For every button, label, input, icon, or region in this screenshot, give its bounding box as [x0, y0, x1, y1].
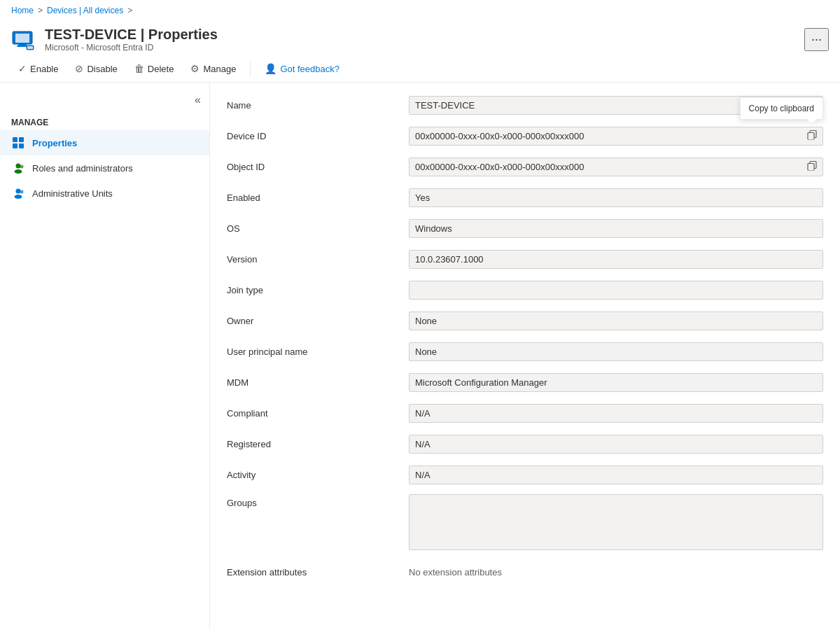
value-object-id — [409, 158, 823, 176]
value-compliant — [409, 404, 823, 423]
value-groups — [409, 494, 823, 552]
label-join-type: Join type — [227, 285, 409, 295]
label-version: Version — [227, 254, 409, 265]
sidebar-item-label-roles: Roles and administrators — [32, 163, 133, 174]
form-row-owner: Owner — [227, 309, 823, 332]
form-row-enabled: Enabled — [227, 186, 823, 209]
input-enabled[interactable] — [409, 188, 823, 207]
toolbar: ✓ Enable ⊘ Disable 🗑 Delete ⚙ Manage 👤 G… — [0, 55, 840, 83]
form-row-compliant: Compliant — [227, 402, 823, 424]
svg-point-11 — [15, 169, 22, 174]
input-owner[interactable] — [409, 312, 823, 330]
label-object-id: Object ID — [227, 162, 409, 172]
page-header: TEST-DEVICE | Properties Microsoft - Mic… — [0, 21, 840, 55]
admin-units-icon — [11, 186, 25, 200]
breadcrumb-sep2: > — [127, 6, 132, 15]
value-activity — [409, 465, 823, 484]
svg-rect-9 — [19, 144, 24, 148]
label-registered: Registered — [227, 439, 409, 449]
sidebar: « Manage Properties R — [0, 83, 210, 629]
label-os: OS — [227, 223, 409, 234]
sidebar-item-roles[interactable]: Roles and administrators — [0, 155, 209, 181]
textarea-groups[interactable] — [409, 494, 823, 550]
breadcrumb-home[interactable]: Home — [11, 6, 34, 15]
feedback-button[interactable]: 👤 Got feedback? — [258, 59, 346, 78]
sidebar-collapse-area: « — [0, 88, 209, 112]
copy-object-id-button[interactable] — [804, 159, 820, 175]
label-upn: User principal name — [227, 346, 409, 357]
svg-rect-17 — [808, 133, 814, 140]
delete-button[interactable]: 🗑 Delete — [127, 59, 181, 78]
input-upn[interactable] — [409, 342, 823, 361]
input-activity[interactable] — [409, 465, 823, 484]
copy-tooltip: Copy to clipboard — [740, 97, 823, 120]
value-extension-attrs: No extension attributes — [409, 567, 823, 578]
label-owner: Owner — [227, 316, 409, 326]
value-owner — [409, 312, 823, 330]
label-compliant: Compliant — [227, 408, 409, 419]
page-title-container: TEST-DEVICE | Properties Microsoft - Mic… — [45, 27, 796, 52]
svg-rect-19 — [808, 164, 814, 171]
delete-icon: 🗑 — [134, 63, 144, 74]
input-os[interactable] — [409, 219, 823, 238]
value-registered — [409, 435, 823, 454]
svg-point-10 — [16, 164, 21, 169]
form-row-name: Name — [227, 94, 823, 116]
svg-rect-1 — [15, 34, 29, 43]
sidebar-section-manage: Manage — [0, 112, 209, 130]
roles-icon — [11, 161, 25, 175]
value-device-id: Copy to clipboard — [409, 127, 823, 146]
page-title: TEST-DEVICE | Properties — [45, 27, 796, 43]
manage-button[interactable]: ⚙ Manage — [183, 59, 243, 78]
breadcrumb-devices[interactable]: Devices | All devices — [47, 6, 123, 15]
form-row-device-id: Device ID Copy to clipboard — [227, 125, 823, 147]
sidebar-item-properties[interactable]: Properties — [0, 130, 209, 155]
breadcrumb: Home > Devices | All devices > — [0, 0, 840, 21]
main-layout: « Manage Properties R — [0, 83, 840, 629]
more-options-button[interactable]: ··· — [804, 28, 829, 51]
value-join-type — [409, 281, 823, 300]
form-row-version: Version — [227, 248, 823, 270]
copy-device-id-button[interactable] — [804, 128, 820, 144]
input-join-type[interactable] — [409, 281, 823, 300]
label-groups: Groups — [227, 494, 409, 508]
input-compliant[interactable] — [409, 404, 823, 423]
svg-rect-7 — [19, 137, 24, 142]
input-version[interactable] — [409, 250, 823, 269]
properties-icon — [11, 136, 25, 150]
form-row-activity: Activity — [227, 463, 823, 486]
input-device-id[interactable] — [409, 127, 823, 146]
disable-button[interactable]: ⊘ Disable — [68, 59, 124, 78]
input-registered[interactable] — [409, 435, 823, 454]
value-version — [409, 250, 823, 269]
svg-rect-6 — [13, 137, 18, 142]
svg-rect-8 — [13, 144, 18, 148]
feedback-icon: 👤 — [265, 63, 276, 74]
sidebar-item-admin-units[interactable]: Administrative Units — [0, 181, 209, 206]
form-row-object-id: Object ID — [227, 155, 823, 178]
svg-point-14 — [15, 195, 22, 199]
label-mdm: MDM — [227, 377, 409, 388]
enable-button[interactable]: ✓ Enable — [11, 59, 65, 78]
label-device-id: Device ID — [227, 131, 409, 141]
value-upn — [409, 342, 823, 361]
label-enabled: Enabled — [227, 192, 409, 203]
sidebar-collapse-button[interactable]: « — [192, 91, 204, 109]
svg-point-13 — [16, 189, 21, 194]
value-os — [409, 219, 823, 238]
svg-point-12 — [20, 165, 24, 169]
enable-icon: ✓ — [18, 63, 27, 74]
breadcrumb-sep1: > — [38, 6, 43, 15]
input-mdm[interactable] — [409, 373, 823, 392]
svg-rect-5 — [27, 46, 33, 49]
svg-rect-2 — [18, 44, 27, 46]
page-subtitle: Microsoft - Microsoft Entra ID — [45, 43, 796, 52]
form-row-join-type: Join type — [227, 279, 823, 301]
extension-attrs-value: No extension attributes — [409, 564, 502, 581]
sidebar-item-label-admin-units: Administrative Units — [32, 188, 113, 199]
form-row-mdm: MDM — [227, 371, 823, 393]
form-row-extension-attrs: Extension attributes No extension attrib… — [227, 561, 823, 583]
svg-point-15 — [20, 190, 24, 194]
disable-icon: ⊘ — [75, 63, 83, 74]
input-object-id[interactable] — [409, 158, 823, 176]
